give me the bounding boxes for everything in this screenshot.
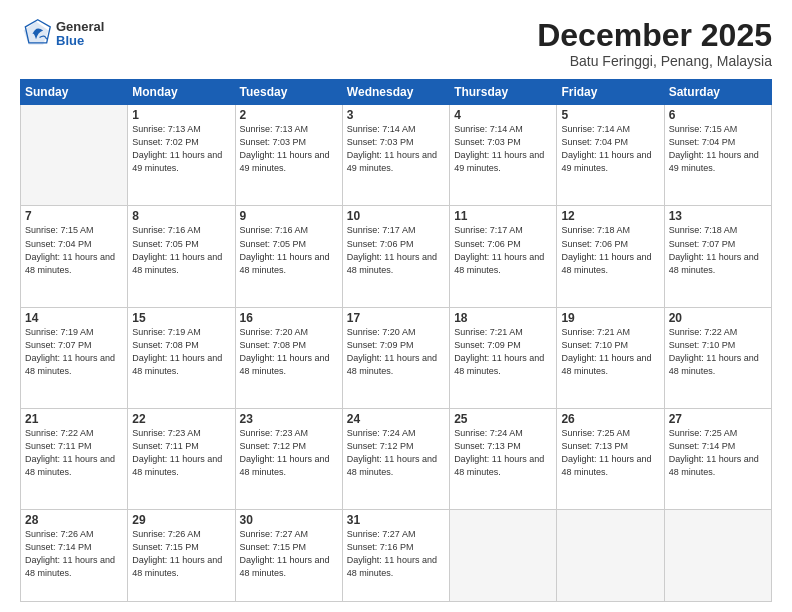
day-info: Sunrise: 7:20 AM Sunset: 7:09 PM Dayligh… — [347, 326, 445, 378]
day-number: 2 — [240, 108, 338, 122]
calendar-cell: 30Sunrise: 7:27 AM Sunset: 7:15 PM Dayli… — [235, 510, 342, 602]
calendar-cell: 20Sunrise: 7:22 AM Sunset: 7:10 PM Dayli… — [664, 307, 771, 408]
day-info: Sunrise: 7:14 AM Sunset: 7:03 PM Dayligh… — [347, 123, 445, 175]
calendar-cell: 23Sunrise: 7:23 AM Sunset: 7:12 PM Dayli… — [235, 409, 342, 510]
weekday-header-row: SundayMondayTuesdayWednesdayThursdayFrid… — [21, 80, 772, 105]
day-info: Sunrise: 7:14 AM Sunset: 7:03 PM Dayligh… — [454, 123, 552, 175]
calendar-cell — [664, 510, 771, 602]
day-number: 12 — [561, 209, 659, 223]
day-number: 30 — [240, 513, 338, 527]
calendar-cell: 7Sunrise: 7:15 AM Sunset: 7:04 PM Daylig… — [21, 206, 128, 307]
day-number: 28 — [25, 513, 123, 527]
calendar-cell: 13Sunrise: 7:18 AM Sunset: 7:07 PM Dayli… — [664, 206, 771, 307]
day-info: Sunrise: 7:16 AM Sunset: 7:05 PM Dayligh… — [132, 224, 230, 276]
calendar-cell: 1Sunrise: 7:13 AM Sunset: 7:02 PM Daylig… — [128, 105, 235, 206]
calendar-cell: 10Sunrise: 7:17 AM Sunset: 7:06 PM Dayli… — [342, 206, 449, 307]
logo-icon — [20, 18, 52, 50]
weekday-header: Wednesday — [342, 80, 449, 105]
day-number: 23 — [240, 412, 338, 426]
day-info: Sunrise: 7:21 AM Sunset: 7:10 PM Dayligh… — [561, 326, 659, 378]
calendar-cell: 31Sunrise: 7:27 AM Sunset: 7:16 PM Dayli… — [342, 510, 449, 602]
day-info: Sunrise: 7:20 AM Sunset: 7:08 PM Dayligh… — [240, 326, 338, 378]
calendar-cell: 3Sunrise: 7:14 AM Sunset: 7:03 PM Daylig… — [342, 105, 449, 206]
day-info: Sunrise: 7:26 AM Sunset: 7:14 PM Dayligh… — [25, 528, 123, 580]
weekday-header: Friday — [557, 80, 664, 105]
weekday-header: Sunday — [21, 80, 128, 105]
calendar-table: SundayMondayTuesdayWednesdayThursdayFrid… — [20, 79, 772, 602]
weekday-header: Monday — [128, 80, 235, 105]
day-info: Sunrise: 7:13 AM Sunset: 7:03 PM Dayligh… — [240, 123, 338, 175]
day-number: 17 — [347, 311, 445, 325]
calendar-cell — [21, 105, 128, 206]
day-info: Sunrise: 7:27 AM Sunset: 7:16 PM Dayligh… — [347, 528, 445, 580]
calendar-cell: 21Sunrise: 7:22 AM Sunset: 7:11 PM Dayli… — [21, 409, 128, 510]
calendar-cell: 29Sunrise: 7:26 AM Sunset: 7:15 PM Dayli… — [128, 510, 235, 602]
day-info: Sunrise: 7:14 AM Sunset: 7:04 PM Dayligh… — [561, 123, 659, 175]
logo-text: General Blue — [56, 20, 104, 49]
day-info: Sunrise: 7:16 AM Sunset: 7:05 PM Dayligh… — [240, 224, 338, 276]
calendar-week-row: 21Sunrise: 7:22 AM Sunset: 7:11 PM Dayli… — [21, 409, 772, 510]
day-number: 19 — [561, 311, 659, 325]
day-number: 7 — [25, 209, 123, 223]
calendar-cell: 24Sunrise: 7:24 AM Sunset: 7:12 PM Dayli… — [342, 409, 449, 510]
calendar-week-row: 1Sunrise: 7:13 AM Sunset: 7:02 PM Daylig… — [21, 105, 772, 206]
calendar-cell: 6Sunrise: 7:15 AM Sunset: 7:04 PM Daylig… — [664, 105, 771, 206]
day-number: 15 — [132, 311, 230, 325]
day-info: Sunrise: 7:15 AM Sunset: 7:04 PM Dayligh… — [669, 123, 767, 175]
calendar-cell: 8Sunrise: 7:16 AM Sunset: 7:05 PM Daylig… — [128, 206, 235, 307]
day-number: 31 — [347, 513, 445, 527]
day-number: 4 — [454, 108, 552, 122]
day-info: Sunrise: 7:21 AM Sunset: 7:09 PM Dayligh… — [454, 326, 552, 378]
calendar-cell: 18Sunrise: 7:21 AM Sunset: 7:09 PM Dayli… — [450, 307, 557, 408]
calendar-cell: 19Sunrise: 7:21 AM Sunset: 7:10 PM Dayli… — [557, 307, 664, 408]
day-info: Sunrise: 7:19 AM Sunset: 7:08 PM Dayligh… — [132, 326, 230, 378]
day-number: 20 — [669, 311, 767, 325]
logo-general: General — [56, 20, 104, 34]
day-number: 18 — [454, 311, 552, 325]
page: General Blue December 2025 Batu Feringgi… — [0, 0, 792, 612]
day-number: 6 — [669, 108, 767, 122]
title-block: December 2025 Batu Feringgi, Penang, Mal… — [537, 18, 772, 69]
calendar-week-row: 14Sunrise: 7:19 AM Sunset: 7:07 PM Dayli… — [21, 307, 772, 408]
day-number: 10 — [347, 209, 445, 223]
day-number: 9 — [240, 209, 338, 223]
calendar-cell: 17Sunrise: 7:20 AM Sunset: 7:09 PM Dayli… — [342, 307, 449, 408]
calendar-cell: 15Sunrise: 7:19 AM Sunset: 7:08 PM Dayli… — [128, 307, 235, 408]
calendar-cell: 28Sunrise: 7:26 AM Sunset: 7:14 PM Dayli… — [21, 510, 128, 602]
calendar-cell — [557, 510, 664, 602]
calendar-cell: 14Sunrise: 7:19 AM Sunset: 7:07 PM Dayli… — [21, 307, 128, 408]
location: Batu Feringgi, Penang, Malaysia — [537, 53, 772, 69]
day-info: Sunrise: 7:18 AM Sunset: 7:07 PM Dayligh… — [669, 224, 767, 276]
day-info: Sunrise: 7:27 AM Sunset: 7:15 PM Dayligh… — [240, 528, 338, 580]
day-number: 14 — [25, 311, 123, 325]
day-number: 13 — [669, 209, 767, 223]
day-info: Sunrise: 7:13 AM Sunset: 7:02 PM Dayligh… — [132, 123, 230, 175]
day-info: Sunrise: 7:19 AM Sunset: 7:07 PM Dayligh… — [25, 326, 123, 378]
day-number: 8 — [132, 209, 230, 223]
day-info: Sunrise: 7:18 AM Sunset: 7:06 PM Dayligh… — [561, 224, 659, 276]
day-number: 11 — [454, 209, 552, 223]
calendar-week-row: 28Sunrise: 7:26 AM Sunset: 7:14 PM Dayli… — [21, 510, 772, 602]
weekday-header: Tuesday — [235, 80, 342, 105]
day-number: 3 — [347, 108, 445, 122]
weekday-header: Thursday — [450, 80, 557, 105]
calendar-cell: 2Sunrise: 7:13 AM Sunset: 7:03 PM Daylig… — [235, 105, 342, 206]
logo-blue: Blue — [56, 34, 104, 48]
day-number: 5 — [561, 108, 659, 122]
calendar-cell: 5Sunrise: 7:14 AM Sunset: 7:04 PM Daylig… — [557, 105, 664, 206]
header: General Blue December 2025 Batu Feringgi… — [20, 18, 772, 69]
day-info: Sunrise: 7:23 AM Sunset: 7:12 PM Dayligh… — [240, 427, 338, 479]
day-number: 27 — [669, 412, 767, 426]
day-info: Sunrise: 7:24 AM Sunset: 7:13 PM Dayligh… — [454, 427, 552, 479]
day-info: Sunrise: 7:17 AM Sunset: 7:06 PM Dayligh… — [347, 224, 445, 276]
day-info: Sunrise: 7:25 AM Sunset: 7:13 PM Dayligh… — [561, 427, 659, 479]
day-info: Sunrise: 7:22 AM Sunset: 7:11 PM Dayligh… — [25, 427, 123, 479]
day-info: Sunrise: 7:23 AM Sunset: 7:11 PM Dayligh… — [132, 427, 230, 479]
day-info: Sunrise: 7:24 AM Sunset: 7:12 PM Dayligh… — [347, 427, 445, 479]
day-info: Sunrise: 7:22 AM Sunset: 7:10 PM Dayligh… — [669, 326, 767, 378]
day-info: Sunrise: 7:25 AM Sunset: 7:14 PM Dayligh… — [669, 427, 767, 479]
month-title: December 2025 — [537, 18, 772, 53]
calendar-cell: 25Sunrise: 7:24 AM Sunset: 7:13 PM Dayli… — [450, 409, 557, 510]
day-number: 16 — [240, 311, 338, 325]
calendar-cell: 27Sunrise: 7:25 AM Sunset: 7:14 PM Dayli… — [664, 409, 771, 510]
